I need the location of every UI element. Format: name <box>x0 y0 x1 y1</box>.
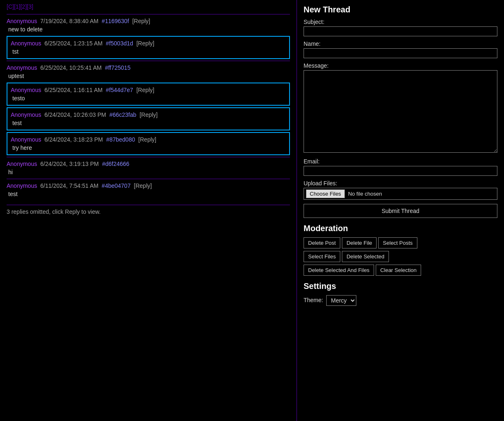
message-row: Message: <box>304 62 497 154</box>
post-date: 6/24/2024, 3:19:13 PM <box>39 161 100 167</box>
no-file-text: No file chosen <box>348 191 382 197</box>
post-date: 7/19/2024, 8:38:40 AM <box>39 18 100 24</box>
post-meta: Anonymous 6/24/2024, 3:18:23 PM #87bed08… <box>11 136 286 143</box>
moderation-section: Moderation Delete PostDelete FileSelect … <box>304 224 497 276</box>
post-meta: Anonymous 6/25/2024, 1:16:11 AM #f544d7e… <box>11 87 286 93</box>
posts-container: Anonymous 7/19/2024, 8:38:40 AM #1169630… <box>7 14 290 201</box>
choose-files-button[interactable]: Choose Files <box>306 189 345 198</box>
nav-links: [C][1][2][3] <box>7 3 290 10</box>
post-author: Anonymous <box>7 18 37 24</box>
post-5: Anonymous 6/24/2024, 10:26:03 PM #66c23f… <box>7 107 290 130</box>
right-panel: New Thread Subject: Name: Message: Email… <box>297 0 504 421</box>
post-date: 6/25/2024, 1:16:11 AM <box>43 87 104 93</box>
replies-omitted: 3 replies omitted, click Reply to view. <box>7 205 290 215</box>
mod-row-3: Delete Selected And FilesClear Selection <box>304 265 497 276</box>
settings-section: Settings Theme: Mercy <box>304 281 497 306</box>
subject-label: Subject: <box>304 19 497 25</box>
mod-row-1: Delete PostDelete FileSelect Posts <box>304 237 497 248</box>
submit-thread-button[interactable]: Submit Thread <box>304 204 497 218</box>
mod-row-2: Select FilesDelete Selected <box>304 251 497 262</box>
post-author: Anonymous <box>11 87 41 93</box>
message-label: Message: <box>304 62 497 69</box>
post-hash[interactable]: #87bed080 <box>106 136 135 143</box>
post-hash[interactable]: #d6f24666 <box>102 161 129 167</box>
left-panel: [C][1][2][3] Anonymous 7/19/2024, 8:38:4… <box>0 0 297 421</box>
subject-row: Subject: <box>304 19 497 36</box>
post-2: Anonymous 6/25/2024, 1:23:15 AM #f5003d1… <box>7 36 290 59</box>
post-content: new to delete <box>7 26 290 33</box>
mod-btn-delete-post[interactable]: Delete Post <box>304 237 340 248</box>
post-hash[interactable]: #66c23fab <box>109 111 136 118</box>
post-content: tst <box>11 48 286 55</box>
post-reply-link[interactable]: [Reply] <box>138 111 158 118</box>
mod-btn-select-files[interactable]: Select Files <box>304 251 340 262</box>
post-author: Anonymous <box>7 64 37 71</box>
post-meta: Anonymous 6/25/2024, 1:23:15 AM #f5003d1… <box>11 40 286 47</box>
post-reply-link[interactable]: [Reply] <box>132 182 152 189</box>
post-hash[interactable]: #ff725015 <box>105 64 130 71</box>
name-label: Name: <box>304 40 497 47</box>
email-label: Email: <box>304 158 497 165</box>
mod-btn-clear-selection[interactable]: Clear Selection <box>376 265 421 276</box>
theme-label: Theme: <box>304 297 323 303</box>
post-meta: Anonymous 6/24/2024, 10:26:03 PM #66c23f… <box>11 111 286 118</box>
post-4: Anonymous 6/25/2024, 1:16:11 AM #f544d7e… <box>7 83 290 106</box>
post-3: Anonymous 6/25/2024, 10:25:41 AM #ff7250… <box>7 61 290 83</box>
post-reply-link[interactable]: [Reply] <box>131 18 150 24</box>
post-date: 6/24/2024, 3:18:23 PM <box>43 136 104 143</box>
post-content: hi <box>7 169 290 175</box>
post-author: Anonymous <box>11 40 41 47</box>
upload-row: Upload Files: Choose Files No file chose… <box>304 180 497 200</box>
post-author: Anonymous <box>7 161 37 167</box>
mod-btn-delete-selected[interactable]: Delete Selected <box>342 251 389 262</box>
submit-row: Submit Thread <box>304 204 497 218</box>
post-1: Anonymous 7/19/2024, 8:38:40 AM #1169630… <box>7 14 290 36</box>
post-6: Anonymous 6/24/2024, 3:18:23 PM #87bed08… <box>7 132 290 155</box>
file-upload-container: Choose Files No file chosen <box>304 188 497 200</box>
post-content: test <box>11 120 286 126</box>
settings-row: Theme: Mercy <box>304 295 497 306</box>
email-row: Email: <box>304 158 497 176</box>
mod-btn-delete-selected-and-files[interactable]: Delete Selected And Files <box>304 265 374 276</box>
subject-input[interactable] <box>304 26 497 36</box>
new-thread-title: New Thread <box>304 5 497 14</box>
theme-select[interactable]: Mercy <box>326 295 356 306</box>
post-7: Anonymous 6/24/2024, 3:19:13 PM #d6f2466… <box>7 157 290 179</box>
post-date: 6/25/2024, 1:23:15 AM <box>43 40 104 47</box>
mod-btn-delete-file[interactable]: Delete File <box>342 237 377 248</box>
nav-link-1[interactable]: [1] <box>14 3 21 10</box>
post-content: test <box>7 191 290 197</box>
post-meta: Anonymous 6/25/2024, 10:25:41 AM #ff7250… <box>7 64 290 71</box>
nav-link-2[interactable]: [2] <box>20 3 27 10</box>
upload-label: Upload Files: <box>304 180 497 187</box>
post-hash[interactable]: #f544d7e7 <box>106 87 133 93</box>
nav-link-c[interactable]: [C] <box>7 3 14 10</box>
post-author: Anonymous <box>11 136 41 143</box>
post-meta: Anonymous 7/19/2024, 8:38:40 AM #1169630… <box>7 18 290 24</box>
post-hash[interactable]: #f5003d1d <box>106 40 133 47</box>
post-content: try here <box>11 144 286 151</box>
post-hash[interactable]: #4be04707 <box>102 182 131 189</box>
post-reply-link[interactable]: [Reply] <box>137 136 156 143</box>
moderation-title: Moderation <box>304 224 497 233</box>
post-meta: Anonymous 6/24/2024, 3:19:13 PM #d6f2466… <box>7 161 290 167</box>
name-input[interactable] <box>304 48 497 58</box>
post-date: 6/24/2024, 10:26:03 PM <box>43 111 108 118</box>
post-hash[interactable]: #1169630f <box>102 18 129 24</box>
name-row: Name: <box>304 40 497 58</box>
email-input[interactable] <box>304 166 497 176</box>
post-date: 6/25/2024, 10:25:41 AM <box>39 64 103 71</box>
mod-btn-select-posts[interactable]: Select Posts <box>378 237 417 248</box>
post-8: Anonymous 6/11/2024, 7:54:51 AM #4be0470… <box>7 179 290 201</box>
post-reply-link[interactable]: [Reply] <box>135 40 154 47</box>
post-content: testo <box>11 95 286 102</box>
message-textarea[interactable] <box>304 70 497 153</box>
nav-link-3[interactable]: [3] <box>27 3 33 10</box>
post-reply-link[interactable]: [Reply] <box>135 87 154 93</box>
settings-title: Settings <box>304 281 497 291</box>
post-content: uptest <box>7 73 290 79</box>
post-author: Anonymous <box>7 182 37 189</box>
post-date: 6/11/2024, 7:54:51 AM <box>39 182 100 189</box>
post-meta: Anonymous 6/11/2024, 7:54:51 AM #4be0470… <box>7 182 290 189</box>
post-author: Anonymous <box>11 111 41 118</box>
